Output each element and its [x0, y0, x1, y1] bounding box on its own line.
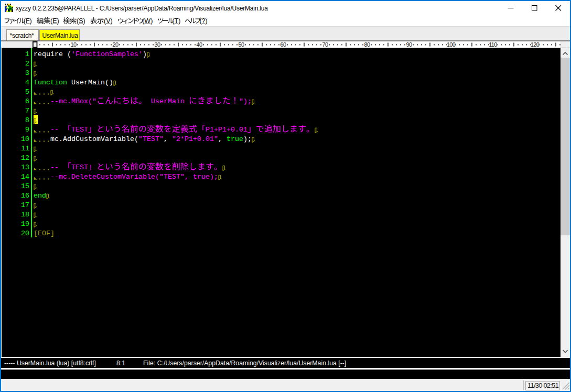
svg-text:20: 20: [112, 41, 118, 48]
svg-text:30: 30: [154, 41, 160, 48]
svg-text:120: 120: [531, 41, 540, 48]
svg-text:90: 90: [406, 41, 412, 48]
svg-text:100: 100: [447, 41, 456, 48]
svg-text:60: 60: [280, 41, 286, 48]
svg-text:70: 70: [322, 41, 328, 48]
svg-text:10: 10: [70, 41, 77, 48]
svg-text:80: 80: [364, 41, 370, 48]
svg-text:50: 50: [238, 41, 244, 48]
svg-text:40: 40: [196, 41, 202, 48]
svg-text:110: 110: [489, 41, 497, 48]
